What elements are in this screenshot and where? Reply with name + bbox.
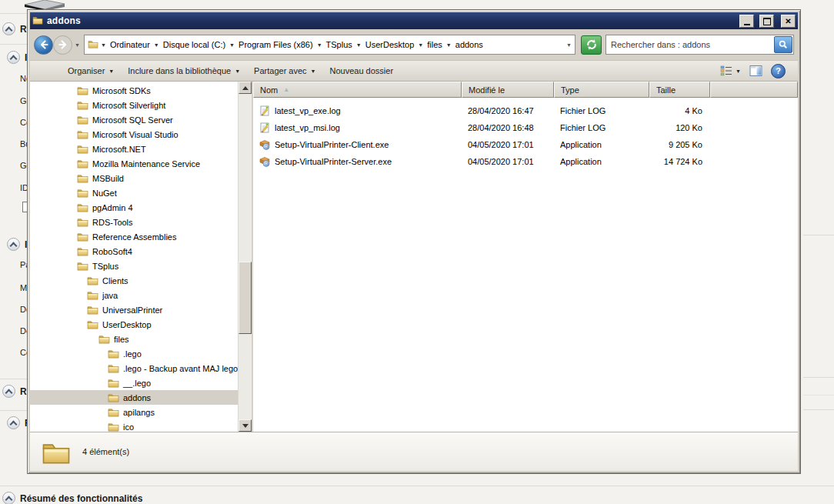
tree-item[interactable]: MSBuild (30, 171, 252, 185)
search-button[interactable] (774, 36, 792, 53)
divider (803, 377, 834, 378)
collapse-chevron-icon[interactable] (2, 492, 15, 504)
tree-item[interactable]: TSplus (30, 259, 252, 273)
column-header-modifi-le[interactable]: Modifié le (462, 82, 554, 98)
refresh-button[interactable] (581, 35, 602, 55)
tree-item[interactable]: Microsoft SQL Server (30, 112, 252, 127)
folder-tree-pane: Microsoft SDKs Microsoft Silverlight Mic… (30, 82, 252, 432)
column-header-nom[interactable]: Nom▲ (253, 82, 462, 98)
minimize-button[interactable] (739, 15, 754, 28)
command-bar-item[interactable]: Inclure dans la bibliothèque▼ (121, 63, 247, 78)
tree-item[interactable]: ico (30, 419, 252, 432)
collapse-chevron-icon[interactable] (7, 238, 20, 251)
tree-item[interactable]: java (30, 288, 252, 302)
tree-item[interactable]: Microsoft SDKs (30, 83, 252, 98)
collapse-chevron-icon[interactable] (7, 51, 20, 64)
tree-item[interactable]: apilangs (30, 405, 252, 419)
command-bar-item[interactable]: Partager avec▼ (247, 63, 322, 78)
breadcrumb-item[interactable]: Ordinateur (108, 39, 152, 50)
preview-pane-icon (749, 65, 762, 76)
back-button[interactable] (34, 35, 53, 55)
column-header-taille[interactable]: Taille (649, 82, 710, 98)
nav-history-dropdown[interactable]: ▼ (75, 42, 80, 48)
file-name-cell[interactable]: Setup-VirtualPrinter-Server.exe (253, 156, 462, 167)
breadcrumb-item[interactable]: UserDesktop (364, 39, 416, 50)
maximize-button[interactable] (759, 15, 774, 28)
tree-item-label: Microsoft SDKs (92, 86, 151, 95)
help-button[interactable]: ? (771, 64, 786, 78)
folder-icon (77, 202, 88, 212)
folder-icon (87, 290, 98, 300)
column-header-label: Taille (656, 85, 676, 95)
tree-item[interactable]: Microsoft Silverlight (30, 98, 252, 112)
breadcrumb-item[interactable]: TSplus (325, 39, 354, 50)
tree-scrollbar[interactable] (238, 82, 252, 432)
address-dropdown[interactable]: ▼ (566, 42, 572, 48)
installer-icon (259, 156, 270, 167)
tree-item[interactable]: Reference Assemblies (30, 229, 252, 244)
breadcrumb-arrow-icon[interactable]: ▼ (418, 42, 423, 48)
preview-pane-button[interactable] (749, 65, 762, 76)
tree-item[interactable]: NuGet (30, 185, 252, 200)
tree-item[interactable]: pgAdmin 4 (30, 200, 252, 215)
tree-item[interactable]: Microsoft Visual Studio (30, 127, 252, 142)
tree-item[interactable]: UserDesktop (30, 317, 252, 332)
search-box[interactable] (605, 35, 794, 55)
tree-item[interactable]: Mozilla Maintenance Service (30, 156, 252, 171)
close-button[interactable]: ✕ (781, 15, 796, 28)
tree-item[interactable]: .lego - Backup avant MAJ lego ex (30, 361, 252, 375)
scrollbar-thumb[interactable] (239, 262, 252, 334)
tree-item[interactable]: RDS-Tools (30, 215, 252, 229)
file-row[interactable]: latest_vp_exe.log28/04/2020 16:47Fichier… (253, 102, 798, 119)
tree-item[interactable]: __.lego (30, 375, 252, 390)
breadcrumb-arrow-icon[interactable]: ▼ (317, 42, 322, 48)
collapse-chevron-icon[interactable] (2, 385, 15, 398)
tree-item[interactable]: Microsoft.NET (30, 142, 252, 156)
command-label: Partager avec (254, 66, 306, 75)
folder-icon (77, 115, 88, 125)
folder-icon (88, 38, 98, 52)
file-row[interactable]: Setup-VirtualPrinter-Server.exe04/05/202… (253, 153, 798, 170)
change-view-button[interactable]: ▼ (720, 65, 741, 76)
tree-item[interactable]: Clients (30, 273, 252, 288)
tree-item[interactable]: RoboSoft4 (30, 244, 252, 259)
file-row[interactable]: Setup-VirtualPrinter-Client.exe04/05/202… (253, 136, 798, 153)
tree-item[interactable]: .lego (30, 346, 252, 361)
collapse-chevron-icon[interactable] (2, 22, 15, 35)
breadcrumb-arrow-icon[interactable]: ▼ (229, 42, 235, 48)
command-bar-item[interactable]: Nouveau dossier (323, 63, 401, 78)
file-name-cell[interactable]: latest_vp_msi.log (253, 122, 462, 133)
tree-item-label: NuGet (92, 189, 117, 198)
tree-item[interactable]: UniversalPrinter (30, 302, 252, 317)
command-bar-item[interactable]: Organiser▼ (61, 63, 121, 78)
file-name: Setup-VirtualPrinter-Server.exe (275, 157, 392, 166)
breadcrumb-arrow-icon[interactable]: ▼ (101, 42, 106, 48)
file-row[interactable]: latest_vp_msi.log28/04/2020 16:48Fichier… (253, 119, 798, 136)
breadcrumb-item[interactable]: Program Files (x86) (237, 39, 315, 50)
collapse-chevron-icon[interactable] (7, 416, 20, 429)
forward-button[interactable] (53, 35, 72, 55)
folder-icon (87, 319, 98, 329)
breadcrumb-item[interactable]: files (425, 39, 444, 50)
titlebar[interactable]: addons ✕ (30, 12, 798, 29)
scroll-down-button[interactable] (239, 419, 252, 432)
file-type-cell: Application (554, 157, 649, 166)
bottom-section-header[interactable]: Résumé des fonctionnalités (2, 492, 142, 504)
file-name-cell[interactable]: latest_vp_exe.log (253, 105, 462, 116)
column-header-blank[interactable] (710, 82, 798, 98)
file-type-cell: Application (554, 140, 649, 149)
tree-item[interactable]: addons (30, 390, 252, 405)
column-header-type[interactable]: Type (554, 82, 649, 98)
breadcrumb-arrow-icon[interactable]: ▼ (356, 42, 362, 48)
file-name-cell[interactable]: Setup-VirtualPrinter-Client.exe (253, 139, 462, 150)
scroll-up-button[interactable] (239, 82, 252, 94)
search-input[interactable] (606, 40, 774, 49)
breadcrumb-arrow-icon[interactable]: ▼ (446, 42, 452, 48)
breadcrumb-arrow-icon[interactable]: ▼ (154, 42, 159, 48)
tree-item[interactable]: files (30, 332, 252, 346)
folder-icon (87, 319, 98, 329)
breadcrumb-item[interactable]: addons (454, 39, 485, 50)
breadcrumb[interactable]: ▼Ordinateur▼Disque local (C:)▼Program Fi… (84, 35, 575, 55)
breadcrumb-item[interactable]: Disque local (C:) (162, 39, 227, 50)
folder-icon (88, 39, 98, 48)
